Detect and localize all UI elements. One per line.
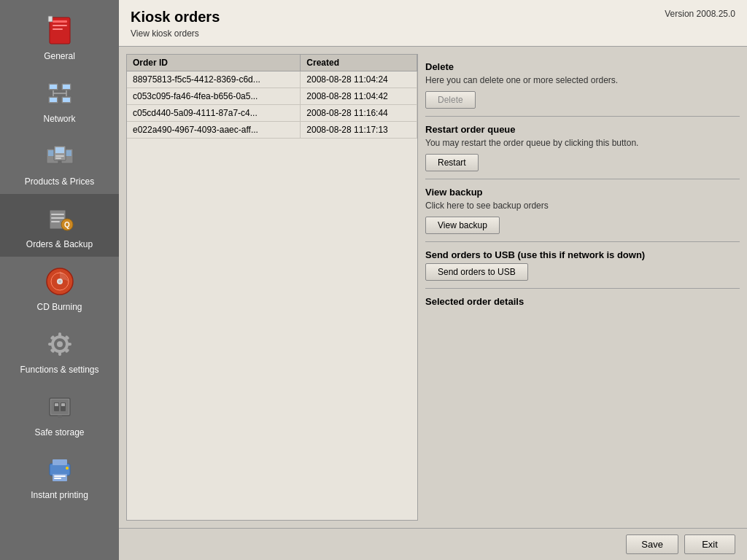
order-id-cell: c05cd440-5a09-4111-87a7-c4... — [127, 105, 301, 122]
sidebar-item-products-prices[interactable]: Products & Prices — [0, 131, 119, 194]
table-row[interactable]: c05cd440-5a09-4111-87a7-c4...2008-08-28 … — [127, 105, 417, 122]
table-row[interactable]: c053c095-fa46-4fea-b656-0a5...2008-08-28… — [127, 88, 417, 105]
svg-rect-3 — [53, 28, 63, 30]
delete-desc: Here you can delete one or more selected… — [425, 75, 740, 85]
sidebar-item-general[interactable]: General — [0, 6, 119, 69]
svg-rect-52 — [50, 464, 70, 475]
sidebar-item-orders-backup[interactable]: Q Orders & Backup — [0, 194, 119, 257]
svg-rect-24 — [55, 158, 61, 159]
right-panel: Delete Here you can delete one or more s… — [425, 54, 740, 521]
view-backup-section: View backup Click here to see backup ord… — [425, 179, 740, 242]
sidebar-item-functions-settings[interactable]: Functions & settings — [0, 319, 119, 382]
sidebar-item-general-label: General — [44, 51, 75, 61]
page-header: Kiosk orders View kiosk orders Version 2… — [119, 0, 747, 47]
svg-rect-27 — [51, 217, 64, 219]
svg-rect-56 — [54, 478, 61, 479]
sidebar-item-functions-label: Functions & settings — [20, 365, 98, 375]
order-id-cell: 88975813-f5c5-4412-8369-c6d... — [127, 71, 301, 88]
restart-button[interactable]: Restart — [425, 154, 479, 171]
svg-rect-7 — [50, 85, 57, 89]
send-usb-section: Send orders to USB (use this if network … — [425, 242, 740, 289]
svg-rect-9 — [63, 85, 70, 89]
order-id-cell: e022a490-4967-4093-aaec-aff... — [127, 122, 301, 139]
svg-rect-13 — [63, 98, 70, 102]
sidebar-item-safe-storage[interactable]: Safe storage — [0, 382, 119, 445]
svg-rect-39 — [48, 343, 53, 346]
svg-rect-22 — [55, 147, 64, 153]
col-header-created: Created — [301, 55, 417, 71]
cd-burning-icon — [42, 264, 77, 299]
view-backup-button[interactable]: View backup — [425, 217, 500, 234]
orders-backup-icon: Q — [42, 201, 77, 236]
order-id-cell: c053c095-fa46-4fea-b656-0a5... — [127, 88, 301, 105]
orders-table[interactable]: Order ID Created 88975813-f5c5-4412-8369… — [126, 54, 418, 521]
products-prices-icon — [42, 139, 77, 174]
svg-point-34 — [58, 280, 61, 283]
svg-rect-53 — [53, 459, 67, 465]
created-cell: 2008-08-28 11:04:42 — [301, 88, 417, 105]
restart-desc: You may restart the order queue by click… — [425, 138, 740, 148]
content-area: Order ID Created 88975813-f5c5-4412-8369… — [119, 47, 747, 528]
svg-text:Q: Q — [64, 221, 70, 229]
svg-rect-23 — [55, 155, 64, 157]
sidebar-item-products-label: Products & Prices — [25, 176, 94, 187]
svg-rect-38 — [58, 351, 61, 356]
sidebar-item-cd-label: CD Burning — [36, 302, 82, 312]
svg-rect-1 — [53, 20, 67, 23]
sidebar-item-cd-burning[interactable]: CD Burning — [0, 257, 119, 319]
col-header-order-id: Order ID — [127, 55, 301, 71]
svg-rect-26 — [51, 214, 64, 215]
page-subtitle: View kiosk orders — [131, 28, 220, 39]
svg-rect-37 — [58, 332, 61, 337]
created-cell: 2008-08-28 11:16:44 — [301, 105, 417, 122]
svg-rect-40 — [67, 343, 71, 346]
svg-rect-11 — [50, 98, 57, 102]
safe-storage-icon — [42, 389, 77, 424]
view-backup-title: View backup — [425, 187, 740, 198]
sidebar-item-network-label: Network — [43, 114, 75, 124]
footer: Save Exit — [119, 528, 747, 560]
table-row[interactable]: 88975813-f5c5-4412-8369-c6d...2008-08-28… — [127, 71, 417, 88]
send-usb-button[interactable]: Send orders to USB — [425, 263, 528, 281]
created-cell: 2008-08-28 11:17:13 — [301, 122, 417, 139]
version-label: Version 2008.25.0 — [665, 9, 735, 19]
svg-rect-51 — [58, 415, 62, 418]
sidebar-item-orders-label: Orders & Backup — [26, 239, 93, 249]
svg-point-57 — [66, 467, 69, 470]
save-button[interactable]: Save — [626, 534, 678, 554]
svg-rect-46 — [51, 400, 69, 414]
delete-title: Delete — [425, 61, 740, 72]
svg-rect-2 — [53, 25, 67, 26]
sidebar-item-safe-storage-label: Safe storage — [34, 427, 84, 438]
selected-order-title: Selected order details — [425, 296, 740, 307]
restart-title: Restart order queue — [425, 124, 740, 135]
orders-panel: Order ID Created 88975813-f5c5-4412-8369… — [126, 54, 418, 521]
delete-section: Delete Here you can delete one or more s… — [425, 54, 740, 117]
network-icon — [42, 76, 77, 111]
table-row[interactable]: e022a490-4967-4093-aaec-aff...2008-08-28… — [127, 122, 417, 139]
send-usb-title: Send orders to USB (use this if network … — [425, 249, 740, 260]
sidebar: General Network — [0, 0, 119, 560]
restart-section: Restart order queue You may restart the … — [425, 117, 740, 179]
svg-rect-50 — [61, 403, 65, 406]
instant-printing-icon — [42, 452, 77, 487]
main-content: Kiosk orders View kiosk orders Version 2… — [119, 0, 747, 560]
svg-rect-55 — [54, 475, 66, 477]
selected-order-section: Selected order details — [425, 289, 740, 317]
svg-point-36 — [57, 341, 63, 347]
svg-rect-49 — [55, 403, 58, 406]
svg-rect-28 — [51, 221, 60, 222]
created-cell: 2008-08-28 11:04:24 — [301, 71, 417, 88]
general-icon — [42, 13, 77, 48]
page-title: Kiosk orders — [131, 9, 220, 26]
svg-rect-5 — [49, 17, 52, 21]
sidebar-item-network[interactable]: Network — [0, 69, 119, 131]
sidebar-item-instant-printing[interactable]: Instant printing — [0, 445, 119, 508]
sidebar-item-instant-printing-label: Instant printing — [31, 490, 88, 500]
exit-button[interactable]: Exit — [684, 534, 735, 554]
delete-button[interactable]: Delete — [425, 91, 476, 109]
view-backup-desc: Click here to see backup orders — [425, 201, 740, 211]
functions-settings-icon — [42, 327, 77, 362]
